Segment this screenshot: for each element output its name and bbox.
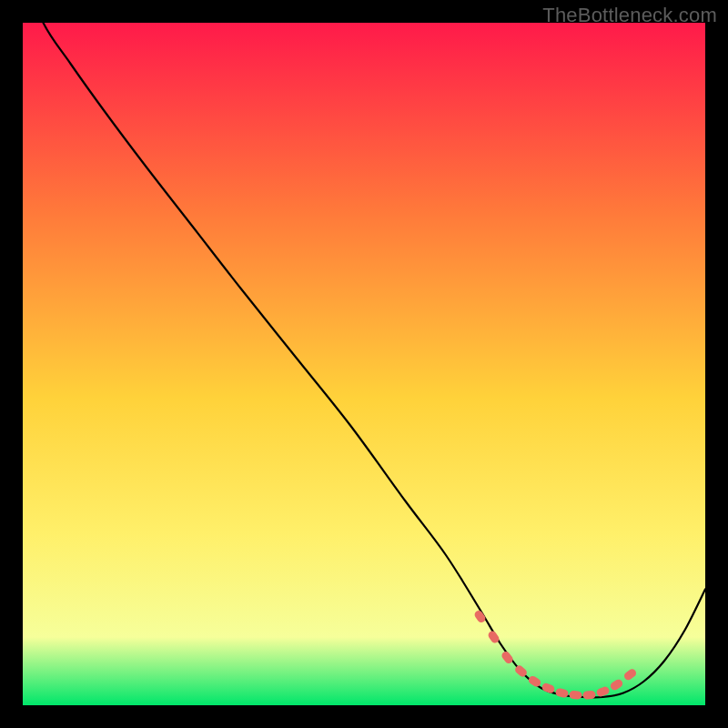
chart-frame: TheBottleneck.com	[0, 0, 728, 728]
plot-area	[23, 23, 705, 705]
gradient-background	[23, 23, 705, 705]
plot-svg	[23, 23, 705, 705]
